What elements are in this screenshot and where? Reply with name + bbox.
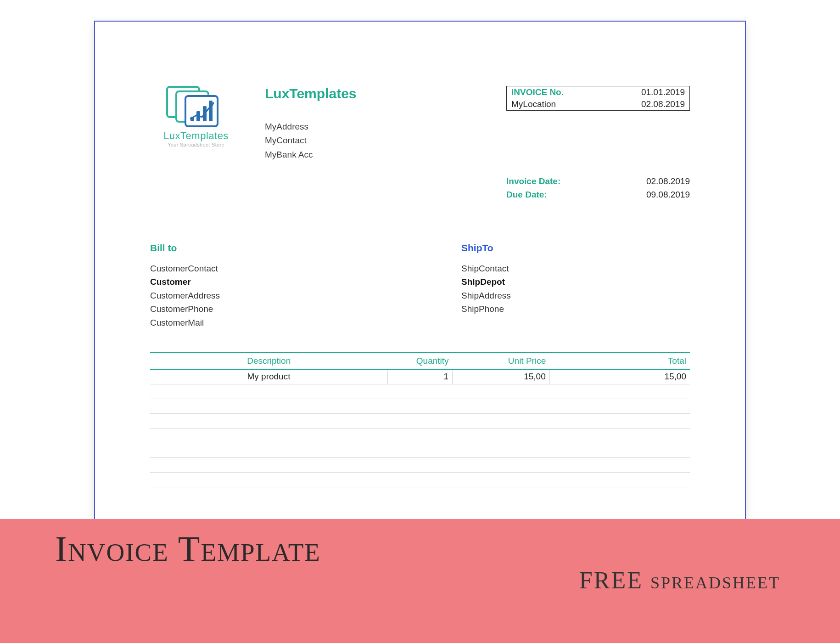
banner-title: Invoice Template [55,528,794,570]
cell-quantity: 1 [387,369,452,384]
ship-to-title: ShipTo [461,243,690,254]
bill-to-block: Bill to CustomerContactCustomerCustomerA… [150,243,379,329]
ship-to-line: ShipPhone [461,302,690,316]
due-date-row: Due Date: 09.08.2019 [506,188,690,202]
banner-subtitle: FREE spreadsheet [55,567,794,594]
col-unit-price: Unit Price [453,353,550,369]
info-value: 01.01.2019 [641,87,685,97]
table-row-empty [150,413,690,428]
bill-to-line: CustomerPhone [150,302,379,316]
promo-banner: Invoice Template FREE spreadsheet [0,519,840,643]
info-value: 02.08.2019 [641,99,685,109]
logo-text: LuxTemplates [150,130,242,142]
bill-to-title: Bill to [150,243,379,254]
table-row: My product115,0015,00 [150,369,690,384]
col-quantity: Quantity [387,353,452,369]
company-block: LuxTemplates MyAddress MyContact MyBank … [265,86,497,162]
bill-to-line: Customer [150,275,379,288]
logo: LuxTemplates Your Spreadsheet Store [150,86,256,147]
info-label: INVOICE No. [511,87,641,97]
table-row-empty [150,399,690,413]
table-row-empty [150,428,690,443]
ship-to-block: ShipTo ShipContactShipDepotShipAddressSh… [461,243,690,329]
logo-subtext: Your Spreadsheet Store [150,142,242,147]
col-description: Description [150,353,387,369]
header-row: LuxTemplates Your Spreadsheet Store LuxT… [150,86,690,201]
company-name: LuxTemplates [265,86,497,102]
ship-to-line: ShipAddress [461,289,690,302]
info-box-column: INVOICE No. 01.01.2019 MyLocation 02.08.… [506,86,690,201]
parties-row: Bill to CustomerContactCustomerCustomerA… [150,243,690,329]
table-row-empty [150,457,690,472]
logo-icon [166,86,226,127]
bill-to-line: CustomerMail [150,316,379,329]
company-contact: MyContact [265,134,497,147]
bill-to-line: CustomerAddress [150,289,379,302]
invoice-date-row: Invoice Date: 02.08.2019 [506,175,690,188]
date-value: 02.08.2019 [646,175,690,188]
cell-total: 15,00 [549,369,690,384]
bill-to-line: CustomerContact [150,262,379,275]
info-row-invoice-no: INVOICE No. 01.01.2019 [507,86,689,98]
ship-to-line: ShipContact [461,262,690,275]
invoice-info-box: INVOICE No. 01.01.2019 MyLocation 02.08.… [506,86,690,111]
date-value: 09.08.2019 [646,188,690,202]
ship-to-line: ShipDepot [461,275,690,288]
line-items-table: Description Quantity Unit Price Total My… [150,352,690,487]
cell-unit-price: 15,00 [453,369,550,384]
col-total: Total [549,353,690,369]
table-row-empty [150,472,690,487]
table-row-empty [150,384,690,399]
table-row-empty [150,443,690,457]
table-header-row: Description Quantity Unit Price Total [150,353,690,369]
cell-description: My product [150,369,387,384]
date-label: Invoice Date: [506,175,646,188]
company-address: MyAddress [265,120,497,134]
dates-block: Invoice Date: 02.08.2019 Due Date: 09.08… [506,175,690,201]
company-bank: MyBank Acc [265,148,497,162]
info-label: MyLocation [511,99,641,109]
info-row-location: MyLocation 02.08.2019 [507,98,689,110]
date-label: Due Date: [506,188,646,202]
